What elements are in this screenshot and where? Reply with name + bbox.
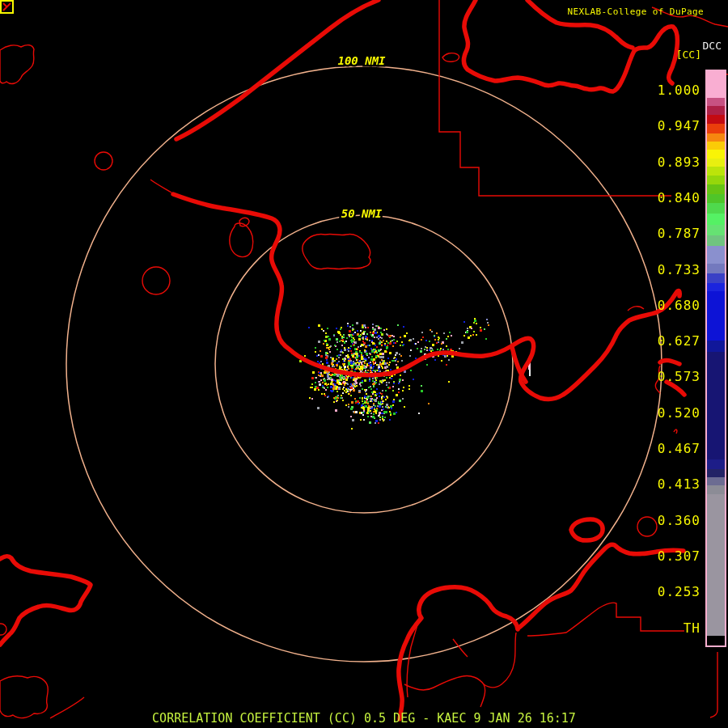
map-overlay-layer: 50 NMI100 NMI: [0, 0, 728, 728]
color-scale-tick: 0.947: [644, 118, 700, 134]
color-scale-segment: [707, 133, 725, 142]
color-scale-segment: [707, 142, 725, 150]
color-scale: [705, 70, 726, 647]
color-scale-segment: [707, 167, 725, 176]
color-scale-segment: [707, 106, 725, 115]
color-scale-segment: [707, 225, 725, 235]
color-scale-segment: [707, 264, 725, 273]
color-scale-segment: [707, 341, 725, 352]
color-scale-tick: 0.893: [644, 154, 700, 171]
map-line-thin: [674, 430, 677, 434]
color-scale-segment: [707, 246, 725, 264]
color-scale-tick: 0.840: [644, 190, 700, 206]
color-scale-segment: [707, 485, 725, 494]
map-line-thick: [660, 360, 679, 364]
map-line-thin: [150, 180, 171, 193]
color-scale-tick: 0.520: [644, 405, 700, 421]
color-scale-tick: TH: [644, 620, 700, 637]
color-scale-segment: [707, 194, 725, 203]
color-scale-tick: 0.413: [644, 476, 700, 493]
radar-display: 50 NMI100 NMI NEXLAB-College of DuPage D…: [0, 0, 728, 728]
color-scale-segment: [707, 273, 725, 283]
color-scale-segment: [707, 283, 725, 291]
nexlab-logo-icon: [0, 0, 14, 14]
color-scale-tick: 0.733: [644, 262, 700, 278]
color-scale-tick: 0.360: [644, 513, 700, 529]
map-line-thin: [453, 639, 468, 657]
color-scale-segment: [707, 214, 725, 225]
map-line-thin: [404, 675, 485, 707]
map-line-thick: [173, 194, 679, 399]
map-line-thin: [439, 0, 671, 196]
color-scale-segment: [707, 469, 725, 477]
color-scale-tick: 0.573: [644, 369, 700, 385]
color-scale-segment: [707, 71, 725, 98]
color-scale-segment: [707, 203, 725, 214]
color-scale-segment: [707, 159, 725, 167]
map-line-thick: [176, 0, 379, 139]
color-scale-tick: 1.000: [644, 83, 700, 99]
color-scale-tick: 0.627: [644, 333, 700, 349]
color-scale-segment: [707, 115, 725, 124]
map-line-thick: [399, 587, 518, 719]
color-scale-tick: 0.680: [644, 298, 700, 314]
color-scale-tick: 0.307: [644, 548, 700, 565]
color-scale-segment: [707, 235, 725, 246]
color-scale-tick: 0.787: [644, 226, 700, 242]
map-circle-thin: [95, 152, 112, 170]
color-scale-segment: [707, 291, 725, 341]
map-line-thin: [442, 53, 459, 62]
map-line-thin: [303, 234, 370, 269]
map-line-thin: [230, 223, 253, 257]
color-scale-segment: [707, 184, 725, 194]
range-ring-labels: 50 NMI100 NMI: [337, 54, 386, 220]
color-scale-segment: [707, 176, 725, 184]
app-title: NEXLAB-College of DuPage: [567, 6, 704, 17]
product-field-label: [CC]: [676, 49, 701, 61]
color-scale-segment: [707, 124, 725, 133]
color-scale-segment: [707, 150, 725, 159]
color-scale-segment: [707, 636, 725, 645]
product-algorithm-label: DCC: [703, 40, 722, 52]
color-scale-segment: [707, 98, 725, 106]
color-scale-segment: [707, 494, 725, 636]
color-scale-segment: [707, 477, 725, 485]
color-scale-tick: 0.253: [644, 584, 700, 600]
map-boundaries-thin: [0, 0, 728, 718]
map-coastlines-thick: [0, 0, 684, 719]
color-scale-tick: 0.467: [644, 441, 700, 457]
color-scale-segment: [707, 352, 725, 459]
range-ring-label: 50 NMI: [341, 207, 383, 220]
range-ring-label: 100 NMI: [337, 54, 386, 67]
product-caption: CORRELATION COEFFICIENT (CC) 0.5 DEG - K…: [0, 711, 728, 726]
map-line-thin: [0, 45, 34, 84]
map-line-thin: [710, 652, 717, 717]
color-scale-segment: [707, 459, 725, 469]
map-circle-thin: [0, 624, 6, 635]
map-circle-thin: [142, 267, 170, 294]
map-line-thin: [484, 633, 516, 688]
map-line-thick: [0, 556, 91, 645]
map-line-thick: [571, 519, 603, 540]
map-line-thin: [628, 307, 644, 311]
